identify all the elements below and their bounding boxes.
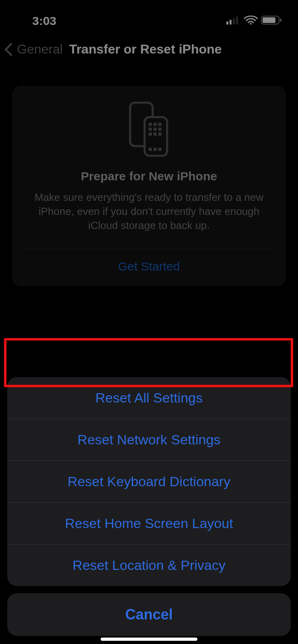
reset-location-privacy-button[interactable]: Reset Location & Privacy xyxy=(7,545,291,586)
screen: 3:03 xyxy=(0,0,298,644)
home-indicator[interactable] xyxy=(101,638,197,641)
reset-home-screen-layout-button[interactable]: Reset Home Screen Layout xyxy=(7,503,291,544)
reset-keyboard-dictionary-button[interactable]: Reset Keyboard Dictionary xyxy=(7,461,291,502)
reset-network-settings-button[interactable]: Reset Network Settings xyxy=(7,419,291,460)
cancel-button[interactable]: Cancel xyxy=(7,593,291,636)
reset-action-sheet: Reset All Settings Reset Network Setting… xyxy=(7,377,291,636)
sheet-options-group: Reset All Settings Reset Network Setting… xyxy=(7,377,291,586)
reset-all-settings-button[interactable]: Reset All Settings xyxy=(7,377,291,419)
